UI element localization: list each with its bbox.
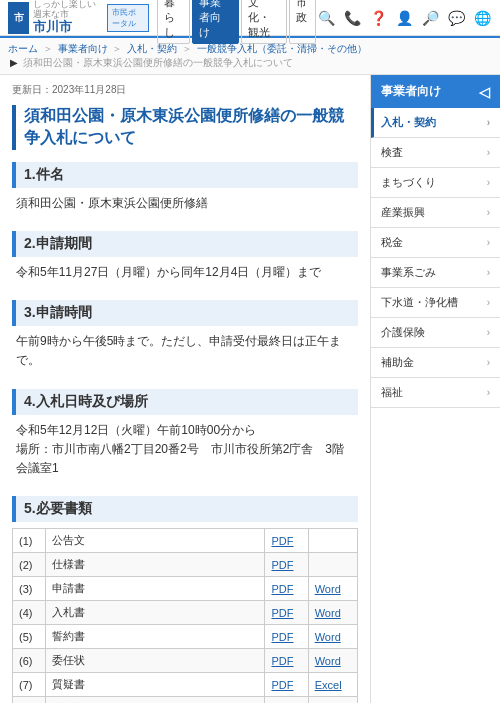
documents-table: (1)公告文PDF(2)仕様書PDF(3)申請書PDFWord(4)入札書PDF… xyxy=(12,528,358,703)
section-4-heading: 4.入札日時及び場所 xyxy=(12,389,358,415)
section-5-heading: 5.必要書類 xyxy=(12,496,358,522)
sidebar-arrow: › xyxy=(487,387,490,398)
breadcrumb-ippan[interactable]: 一般競争入札（委託・清掃・その他） xyxy=(197,43,367,54)
magnify-icon[interactable]: 🔎 xyxy=(420,8,440,28)
breadcrumb-jigyosha[interactable]: 事業者向け xyxy=(58,43,108,54)
sidebar-item[interactable]: 補助金› xyxy=(371,348,500,378)
section-1-content: 須和田公園・原木東浜公園便所修繕 xyxy=(12,194,358,219)
portal-badge: 市民ポータル xyxy=(107,4,149,32)
sidebar-arrow: › xyxy=(487,357,490,368)
nav-jigyosha[interactable]: 事業者向け xyxy=(192,0,238,44)
nav-kurashi[interactable]: 暮らし xyxy=(157,0,190,44)
update-date: 更新日：2023年11月28日 xyxy=(12,83,358,97)
sidebar-arrow: › xyxy=(487,237,490,248)
section-1-heading: 1.件名 xyxy=(12,162,358,188)
message-icon[interactable]: 💬 xyxy=(446,8,466,28)
sidebar-title: 事業者向け ◁ xyxy=(371,75,500,108)
table-row: (1)公告文PDF xyxy=(13,529,358,553)
breadcrumb-current: ▶ 須和田公園・原木東浜公園便所修繕の一般競争入札について xyxy=(10,57,295,68)
sidebar-title-arrow: ◁ xyxy=(479,84,490,100)
nav-bunka[interactable]: 文化・観光 xyxy=(241,0,287,44)
table-row: (7)質疑書PDFExcel xyxy=(13,673,358,697)
section-3-content: 午前9時から午後5時まで。ただし、申請受付最終日は正午まで。 xyxy=(12,332,358,376)
header-icons: 🔍 📞 ❓ 👤 🔎 💬 🌐 xyxy=(316,8,492,28)
sidebar-item[interactable]: 介護保険› xyxy=(371,318,500,348)
section-3-heading: 3.申請時間 xyxy=(12,300,358,326)
phone-icon[interactable]: 📞 xyxy=(342,8,362,28)
sidebar-arrow: › xyxy=(487,327,490,338)
logo-area: 市 しっかし楽しい週末な市 市川市 市民ポータル xyxy=(8,0,149,34)
sidebar-item[interactable]: 下水道・浄化槽› xyxy=(371,288,500,318)
main-layout: 更新日：2023年11月28日 須和田公園・原木東浜公園便所修繕の一般競争入札に… xyxy=(0,75,500,703)
content-area: 更新日：2023年11月28日 須和田公園・原木東浜公園便所修繕の一般競争入札に… xyxy=(0,75,370,703)
table-row: (3)申請書PDFWord xyxy=(13,577,358,601)
section-2-heading: 2.申請期間 xyxy=(12,231,358,257)
sidebar-item[interactable]: 検査› xyxy=(371,138,500,168)
breadcrumb-home[interactable]: ホーム xyxy=(8,43,38,54)
sidebar-item[interactable]: 福祉› xyxy=(371,378,500,408)
sidebar-item[interactable]: 入札・契約› xyxy=(371,108,500,138)
site-header: 市 しっかし楽しい週末な市 市川市 市民ポータル 暮らし 事業者向け 文化・観光… xyxy=(0,0,500,38)
section-2-content: 令和5年11月27日（月曜）から同年12月4日（月曜）まで xyxy=(12,263,358,288)
table-row: (8)事業協同組合・役員・組合員名簿PDFExcel xyxy=(13,697,358,703)
main-nav: 暮らし 事業者向け 文化・観光 市政 xyxy=(157,0,316,44)
sidebar-arrow: › xyxy=(487,177,490,188)
logo-icon: 市 xyxy=(8,2,29,34)
table-row: (2)仕様書PDF xyxy=(13,553,358,577)
sidebar-arrow: › xyxy=(487,267,490,278)
page-title: 須和田公園・原木東浜公園便所修繕の一般競争入札について xyxy=(12,105,358,150)
breadcrumb: ホーム ＞ 事業者向け ＞ 入札・契約 ＞ 一般競争入札（委託・清掃・その他） … xyxy=(0,38,500,75)
logo-text: しっかし楽しい週末な市 市川市 xyxy=(33,0,99,34)
sidebar-arrow: › xyxy=(487,207,490,218)
user-icon[interactable]: 👤 xyxy=(394,8,414,28)
sidebar-item[interactable]: 税金› xyxy=(371,228,500,258)
sidebar-item[interactable]: 事業系ごみ› xyxy=(371,258,500,288)
globe-icon[interactable]: 🌐 xyxy=(472,8,492,28)
breadcrumb-nyusatsu[interactable]: 入札・契約 xyxy=(127,43,177,54)
sidebar-items: 入札・契約›検査›まちづくり›産業振興›税金›事業系ごみ›下水道・浄化槽›介護保… xyxy=(371,108,500,408)
sidebar-item[interactable]: 産業振興› xyxy=(371,198,500,228)
sidebar-item[interactable]: まちづくり› xyxy=(371,168,500,198)
sidebar-arrow: › xyxy=(487,147,490,158)
table-row: (4)入札書PDFWord xyxy=(13,601,358,625)
help-icon[interactable]: ❓ xyxy=(368,8,388,28)
sidebar-arrow: › xyxy=(487,117,490,128)
nav-shisei[interactable]: 市政 xyxy=(289,0,316,44)
search-icon[interactable]: 🔍 xyxy=(316,8,336,28)
table-row: (5)誓約書PDFWord xyxy=(13,625,358,649)
sidebar: 事業者向け ◁ 入札・契約›検査›まちづくり›産業振興›税金›事業系ごみ›下水道… xyxy=(370,75,500,703)
sidebar-arrow: › xyxy=(487,297,490,308)
section-4-content: 令和5年12月12日（火曜）午前10時00分から 場所：市川市南八幡2丁目20番… xyxy=(12,421,358,485)
table-row: (6)委任状PDFWord xyxy=(13,649,358,673)
